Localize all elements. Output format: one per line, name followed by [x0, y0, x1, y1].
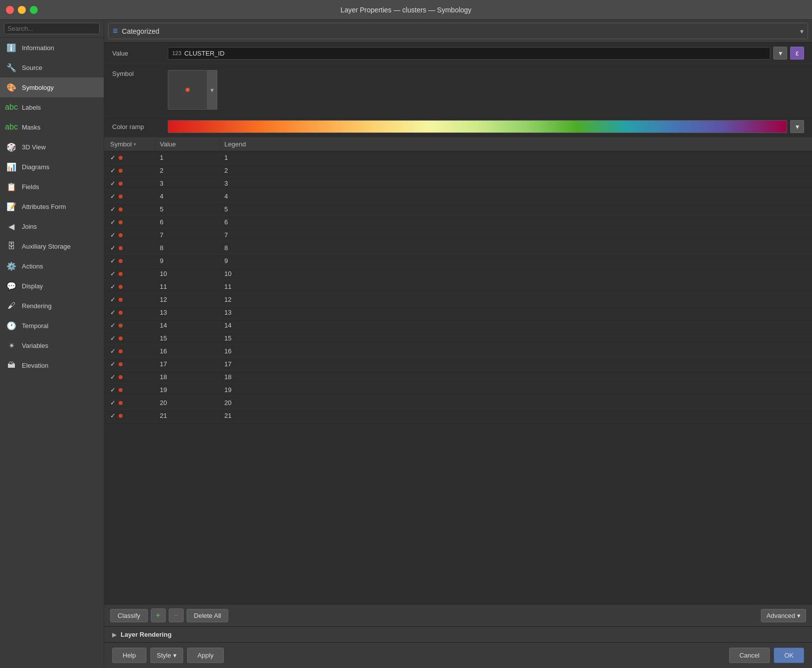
apply-button[interactable]: Apply: [187, 648, 224, 663]
cell-symbol-17: ✓: [106, 371, 156, 383]
sidebar-item-joins[interactable]: ◀ Joins: [0, 216, 104, 236]
table-row[interactable]: ✓ 3 3: [104, 177, 812, 190]
cell-symbol-18: ✓: [106, 384, 156, 396]
sidebar-item-auxiliary-storage[interactable]: 🗄 Auxiliary Storage: [0, 236, 104, 256]
table-row[interactable]: ✓ 12 12: [104, 293, 812, 306]
sidebar-item-attributes-form[interactable]: 📝 Attributes Form: [0, 197, 104, 216]
table-row[interactable]: ✓ 4 4: [104, 190, 812, 203]
classify-button[interactable]: Classify: [110, 609, 148, 622]
sidebar-item-rendering[interactable]: 🖌 Rendering: [0, 296, 104, 316]
cell-legend-9: 10: [220, 267, 810, 280]
table-row[interactable]: ✓ 13 13: [104, 306, 812, 319]
sidebar-item-variables[interactable]: ✴ Variables: [0, 335, 104, 355]
dot-icon-11: [119, 298, 123, 302]
ok-button[interactable]: OK: [774, 648, 804, 663]
table-row[interactable]: ✓ 9 9: [104, 255, 812, 267]
field-name: CLUSTER_ID: [184, 50, 224, 57]
renderer-dropdown[interactable]: ≡ Categorized ▾: [108, 23, 808, 39]
cell-symbol-13: ✓: [106, 319, 156, 332]
table-row[interactable]: ✓ 17 17: [104, 358, 812, 371]
check-icon-15: ✓: [110, 347, 116, 355]
value-input-container: 123 CLUSTER_ID ▾ ε: [168, 47, 804, 60]
sidebar-item-label-joins: Joins: [22, 223, 37, 230]
delete-all-button[interactable]: Delete All: [187, 609, 229, 622]
table-row[interactable]: ✓ 8 8: [104, 242, 812, 255]
cell-legend-15: 16: [220, 345, 810, 357]
sidebar-item-temporal[interactable]: 🕐 Temporal: [0, 316, 104, 335]
table-row[interactable]: ✓ 11 11: [104, 280, 812, 293]
cell-value-10: 11: [156, 280, 220, 293]
window-controls[interactable]: [6, 6, 38, 14]
sidebar-item-fields[interactable]: 📋 Fields: [0, 177, 104, 197]
cell-value-16: 17: [156, 358, 220, 370]
rendering-icon: 🖌: [6, 300, 17, 311]
value-dropdown-btn[interactable]: ▾: [773, 47, 787, 60]
cell-symbol-3: ✓: [106, 190, 156, 202]
sidebar-item-display[interactable]: 💬 Display: [0, 276, 104, 296]
table-row[interactable]: ✓ 2 2: [104, 164, 812, 177]
symbol-preview[interactable]: [168, 70, 207, 110]
value-label: Value: [112, 50, 162, 57]
sidebar-item-source[interactable]: 🔧 Source: [0, 58, 104, 77]
cell-legend-2: 3: [220, 177, 810, 190]
sidebar-item-information[interactable]: ℹ️ Information: [0, 38, 104, 58]
sidebar-item-elevation[interactable]: 🏔 Elevation: [0, 355, 104, 375]
advanced-button[interactable]: Advanced ▾: [761, 609, 806, 622]
sidebar-item-3dview[interactable]: 🎲 3D View: [0, 137, 104, 157]
style-button[interactable]: Style ▾: [150, 648, 183, 663]
layer-rendering-section[interactable]: ▶ Layer Rendering: [104, 626, 812, 642]
symbol-dropdown-btn[interactable]: ▾: [207, 70, 217, 110]
sidebar-item-masks[interactable]: abc Masks: [0, 117, 104, 137]
cell-value-6: 7: [156, 229, 220, 241]
table-scroll-area[interactable]: ✓ 1 1 ✓ 2 2 ✓ 3 3 ✓ 4 4: [104, 151, 812, 604]
variables-icon: ✴: [6, 340, 17, 351]
sidebar-item-labels[interactable]: abc Labels: [0, 97, 104, 117]
table-row[interactable]: ✓ 19 19: [104, 384, 812, 397]
table-row[interactable]: ✓ 16 16: [104, 345, 812, 358]
table-row[interactable]: ✓ 10 10: [104, 267, 812, 280]
table-row[interactable]: ✓ 5 5: [104, 203, 812, 216]
cell-legend-20: 21: [220, 409, 810, 422]
check-icon-16: ✓: [110, 360, 116, 368]
color-ramp-dropdown-btn[interactable]: ▾: [790, 120, 804, 133]
table-row[interactable]: ✓ 15 15: [104, 332, 812, 345]
table-row[interactable]: ✓ 18 18: [104, 371, 812, 384]
search-input[interactable]: [4, 23, 100, 34]
close-button[interactable]: [6, 6, 14, 14]
table-row[interactable]: ✓ 1 1: [104, 151, 812, 164]
cell-legend-8: 9: [220, 255, 810, 267]
cancel-button[interactable]: Cancel: [729, 648, 770, 663]
value-field[interactable]: 123 CLUSTER_ID: [168, 47, 770, 60]
cell-symbol-6: ✓: [106, 229, 156, 241]
col-symbol[interactable]: Symbol ▾: [106, 137, 156, 151]
sort-icon-symbol: ▾: [134, 141, 136, 147]
labels-icon: abc: [6, 102, 17, 113]
sidebar-item-diagrams[interactable]: 📊 Diagrams: [0, 157, 104, 177]
help-button[interactable]: Help: [112, 648, 146, 663]
cell-value-8: 9: [156, 255, 220, 267]
cell-symbol-20: ✓: [106, 409, 156, 422]
add-category-button[interactable]: +: [151, 608, 166, 622]
cell-symbol-2: ✓: [106, 177, 156, 190]
check-icon-5: ✓: [110, 218, 116, 226]
table-row[interactable]: ✓ 6 6: [104, 216, 812, 229]
table-row[interactable]: ✓ 14 14: [104, 319, 812, 332]
cell-value-12: 13: [156, 306, 220, 319]
symbology-icon: 🎨: [6, 82, 17, 93]
cell-legend-13: 14: [220, 319, 810, 332]
cell-legend-19: 20: [220, 397, 810, 409]
sidebar-item-actions[interactable]: ⚙️ Actions: [0, 256, 104, 276]
sidebar-item-symbology[interactable]: 🎨 Symbology: [0, 77, 104, 97]
sidebar-item-label-actions: Actions: [22, 263, 43, 270]
actions-icon: ⚙️: [6, 261, 17, 271]
color-ramp[interactable]: [168, 120, 787, 133]
maximize-button[interactable]: [30, 6, 38, 14]
table-row[interactable]: ✓ 20 20: [104, 397, 812, 409]
dot-icon-6: [119, 233, 123, 237]
value-expression-btn[interactable]: ε: [790, 47, 804, 60]
table-row[interactable]: ✓ 7 7: [104, 229, 812, 242]
table-row[interactable]: ✓ 21 21: [104, 409, 812, 422]
minimize-button[interactable]: [18, 6, 26, 14]
remove-category-button[interactable]: −: [169, 608, 184, 622]
col-value[interactable]: Value: [156, 137, 220, 151]
